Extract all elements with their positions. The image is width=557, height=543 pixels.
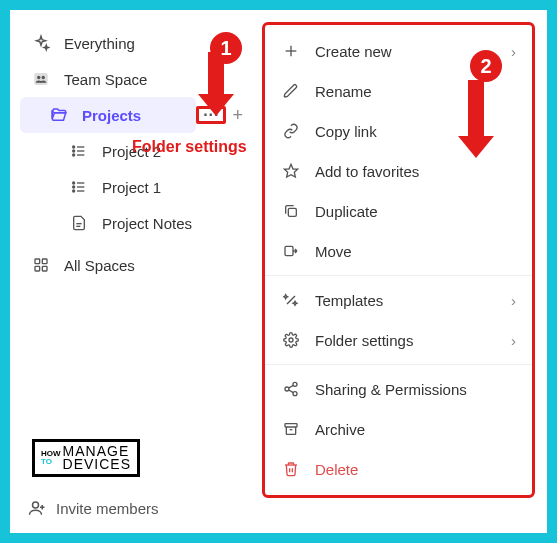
- menu-label: Rename: [315, 83, 372, 100]
- svg-rect-19: [35, 266, 40, 271]
- menu-divider: [265, 275, 532, 276]
- svg-point-26: [289, 338, 293, 342]
- team-icon: [30, 69, 52, 89]
- annotation-marker-1: 1: [210, 32, 242, 64]
- gear-icon: [281, 330, 301, 350]
- menu-label: Sharing & Permissions: [315, 381, 467, 398]
- move-icon: [281, 241, 301, 261]
- menu-label: Folder settings: [315, 332, 413, 349]
- chevron-right-icon: ›: [511, 292, 516, 309]
- menu-delete[interactable]: Delete: [265, 449, 532, 489]
- document-icon: [68, 213, 90, 233]
- svg-rect-0: [34, 73, 48, 85]
- svg-point-36: [33, 502, 39, 508]
- svg-point-5: [73, 150, 75, 152]
- svg-rect-20: [42, 266, 47, 271]
- sidebar-label: All Spaces: [64, 257, 135, 274]
- svg-marker-23: [284, 164, 297, 177]
- menu-move[interactable]: Move: [265, 231, 532, 271]
- sidebar-label: Everything: [64, 35, 135, 52]
- sidebar-label: Projects: [82, 107, 141, 124]
- svg-line-30: [289, 385, 294, 388]
- duplicate-icon: [281, 201, 301, 221]
- sidebar-item-project-notes[interactable]: Project Notes: [20, 205, 247, 241]
- sidebar-label: Project 1: [102, 179, 161, 196]
- star-icon: [281, 161, 301, 181]
- archive-icon: [281, 419, 301, 439]
- chevron-right-icon: ›: [511, 43, 516, 60]
- annotation-marker-2: 2: [470, 50, 502, 82]
- menu-label: Move: [315, 243, 352, 260]
- list-icon: [68, 177, 90, 197]
- menu-sharing[interactable]: Sharing & Permissions: [265, 369, 532, 409]
- folder-open-icon: [48, 105, 70, 125]
- menu-divider: [265, 364, 532, 365]
- sidebar-item-all-spaces[interactable]: All Spaces: [20, 247, 247, 283]
- menu-label: Templates: [315, 292, 383, 309]
- menu-label: Archive: [315, 421, 365, 438]
- grid-icon: [30, 255, 52, 275]
- menu-label: Delete: [315, 461, 358, 478]
- svg-point-1: [37, 76, 40, 79]
- svg-rect-24: [288, 208, 296, 216]
- sidebar-label: Project Notes: [102, 215, 192, 232]
- menu-label: Add to favorites: [315, 163, 419, 180]
- svg-point-7: [73, 154, 75, 156]
- annotation-arrow-2: [458, 80, 494, 158]
- logo-how-to-manage-devices: HOW TO MANAGE DEVICES: [32, 439, 140, 477]
- trash-icon: [281, 459, 301, 479]
- plus-icon: [281, 41, 301, 61]
- menu-label: Copy link: [315, 123, 377, 140]
- svg-rect-25: [285, 246, 293, 255]
- sparkle-icon: [30, 33, 52, 53]
- chevron-right-icon: ›: [511, 332, 516, 349]
- svg-rect-18: [42, 259, 47, 264]
- link-icon: [281, 121, 301, 141]
- folder-context-menu: Create new › Rename Copy link Add to fav…: [262, 22, 535, 498]
- invite-members-button[interactable]: Invite members: [28, 499, 159, 517]
- svg-point-27: [293, 382, 297, 386]
- menu-folder-settings[interactable]: Folder settings ›: [265, 320, 532, 360]
- svg-point-3: [73, 146, 75, 148]
- annotation-folder-settings-label: Folder settings: [132, 138, 247, 156]
- sidebar-item-projects[interactable]: Projects: [20, 97, 196, 133]
- svg-point-9: [73, 182, 75, 184]
- menu-duplicate[interactable]: Duplicate: [265, 191, 532, 231]
- svg-line-31: [289, 390, 294, 393]
- menu-label: Duplicate: [315, 203, 378, 220]
- sidebar-label: Team Space: [64, 71, 147, 88]
- svg-rect-32: [285, 424, 297, 427]
- svg-rect-17: [35, 259, 40, 264]
- list-icon: [68, 141, 90, 161]
- menu-templates[interactable]: Templates ›: [265, 280, 532, 320]
- pencil-icon: [281, 81, 301, 101]
- menu-archive[interactable]: Archive: [265, 409, 532, 449]
- share-icon: [281, 379, 301, 399]
- person-add-icon: [28, 499, 46, 517]
- menu-label: Create new: [315, 43, 392, 60]
- svg-point-29: [293, 392, 297, 396]
- svg-point-11: [73, 186, 75, 188]
- invite-label: Invite members: [56, 500, 159, 517]
- svg-point-28: [285, 387, 289, 391]
- svg-point-2: [42, 76, 45, 79]
- svg-point-13: [73, 190, 75, 192]
- sidebar-item-project1[interactable]: Project 1: [20, 169, 247, 205]
- wand-icon: [281, 290, 301, 310]
